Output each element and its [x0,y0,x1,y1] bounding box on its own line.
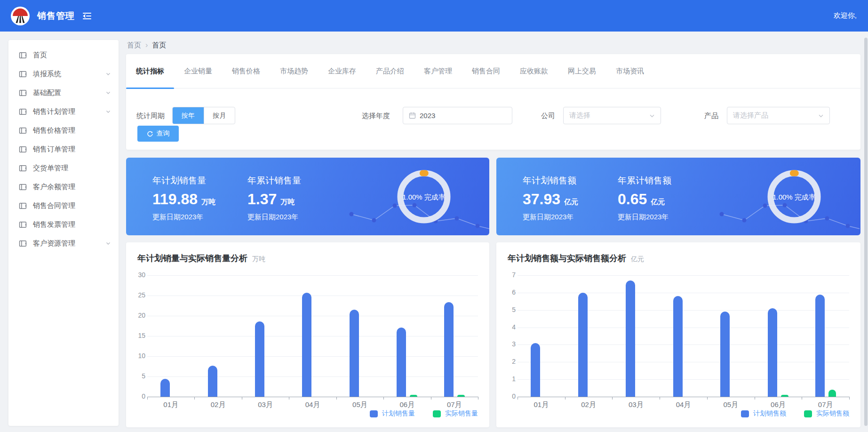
axis-tick [518,397,518,400]
refresh-icon [147,130,153,137]
axis-tick [431,397,431,400]
stat-title: 年计划销售量 [152,175,215,187]
y-axis-tick-label: 3 [499,340,516,348]
planned-bar-07月 [815,295,825,397]
axis-tick [242,397,242,400]
x-axis-label: 03月 [242,400,289,409]
product-placeholder: 请选择产品 [733,111,768,120]
legend-实际销售量[interactable]: 实际销售量 [433,409,478,418]
breadcrumb: 首页 › 首页 [127,40,166,50]
sidebar-item-label: 交货单管理 [33,164,68,173]
x-axis-label: 05月 [336,400,383,409]
stat-title: 年累计销售量 [247,175,301,187]
planned-vs-actual-volume-chart: 年计划销量与实际销售量分析 万吨 051015202530 01月02月03月0… [126,242,489,427]
sidebar-item-label: 首页 [33,51,47,60]
sidebar-item-销售合同管理[interactable]: 销售合同管理 [8,196,119,215]
tab-应收账款[interactable]: 应收账款 [510,54,558,88]
chart-unit: 亿元 [631,255,644,264]
sidebar-item-label: 销售订单管理 [33,145,75,154]
sidebar-item-label: 填报系统 [33,70,61,79]
x-axis-labels: 01月02月03月04月05月06月07月 [518,400,849,409]
legend-实际销售额[interactable]: 实际销售额 [804,409,849,418]
sidebar-item-销售发票管理[interactable]: 销售发票管理 [8,215,119,234]
y-axis-tick-label: 2 [499,358,516,365]
sidebar-item-label: 销售价格管理 [33,126,75,135]
sidebar-item-基础配置[interactable]: 基础配置 [8,83,119,102]
y-axis-tick-label: 1 [499,375,516,383]
menu-fold-icon[interactable] [82,12,92,20]
planned-bar-03月 [255,321,264,397]
tab-产品介绍[interactable]: 产品介绍 [366,54,414,88]
tab-企业销量[interactable]: 企业销量 [174,54,222,88]
menu-item-icon [19,89,27,97]
y-axis-tick-label: 0 [499,392,516,400]
chart-unit: 万吨 [252,255,265,264]
x-axis-label: 06月 [383,400,430,409]
sidebar-item-填报系统[interactable]: 填报系统 [8,64,119,83]
sidebar-item-销售价格管理[interactable]: 销售价格管理 [8,121,119,140]
chart-title: 年计划销量与实际销售量分析 万吨 [137,253,265,264]
sidebar-item-客户余额管理[interactable]: 客户余额管理 [8,177,119,196]
y-axis-tick-label: 15 [128,332,145,339]
tab-客户管理[interactable]: 客户管理 [414,54,462,88]
by-year-button[interactable]: 按年 [173,107,204,124]
planned-volume-block: 年计划销售量 119.88 万吨 更新日期2023年 [152,175,215,222]
axis-tick [194,397,195,400]
menu-item-icon [19,202,27,210]
axis-tick [289,397,289,400]
legend-计划销售额[interactable]: 计划销售额 [741,409,786,418]
by-month-button[interactable]: 按月 [204,107,235,124]
actual-bar-06月 [781,395,788,397]
scrollbar-thumb[interactable] [864,38,868,426]
menu-item-icon [19,240,27,248]
year-picker[interactable]: 2023 [403,107,512,124]
sidebar-item-交货单管理[interactable]: 交货单管理 [8,159,119,177]
actual-bar-07月 [828,390,836,397]
axis-tick [755,397,755,400]
stat-unit: 亿元 [564,198,578,207]
stat-update-date: 更新日期2023年 [247,213,301,222]
breadcrumb-home[interactable]: 首页 [127,41,141,50]
sidebar-item-销售计划管理[interactable]: 销售计划管理 [8,102,119,121]
product-select[interactable]: 请选择产品 [727,107,830,124]
sidebar-menu: 首页填报系统基础配置销售计划管理销售价格管理销售订单管理交货单管理客户余额管理销… [8,46,119,253]
planned-bar-04月 [673,296,683,397]
tab-市场资讯[interactable]: 市场资讯 [606,54,654,88]
x-axis-label: 06月 [755,400,802,409]
stat-unit: 万吨 [201,198,215,207]
planned-bar-03月 [626,280,635,397]
x-axis-label: 07月 [431,400,478,409]
company-select[interactable]: 请选择 [563,107,661,124]
tab-企业库存[interactable]: 企业库存 [318,54,366,88]
y-axis-tick-label: 4 [499,323,516,331]
chart-legend: 计划销售量实际销售量 [370,409,478,418]
legend-计划销售量[interactable]: 计划销售量 [370,409,415,418]
bar-slot-04月 [289,275,336,397]
sidebar-item-客户资源管理[interactable]: 客户资源管理 [8,234,119,253]
planned-amount-block: 年计划销售额 37.93 亿元 更新日期2023年 [523,175,578,222]
x-axis-line [147,397,478,397]
stat-value: 1.37 [247,191,277,208]
x-axis-line [518,397,849,397]
tab-销售合同[interactable]: 销售合同 [462,54,510,88]
bar-slot-02月 [194,275,241,397]
tab-销售价格[interactable]: 销售价格 [222,54,270,88]
bar-slot-05月 [336,275,383,397]
sidebar-item-销售订单管理[interactable]: 销售订单管理 [8,140,119,159]
tab-市场趋势[interactable]: 市场趋势 [270,54,318,88]
completion-rate-text: 1.00% 完成率 [757,193,832,202]
query-button[interactable]: 查询 [137,126,179,142]
tab-网上交易[interactable]: 网上交易 [558,54,606,88]
legend-label: 实际销售量 [445,409,478,418]
chevron-down-icon [105,71,111,77]
bar-chart-plot: 051015202530 [147,275,478,397]
period-label: 统计周期 [136,107,165,124]
bar-slot-03月 [612,275,660,397]
bar-chart-plot: 01234567 [518,275,849,397]
sidebar-item-首页[interactable]: 首页 [8,46,119,64]
sidebar: 首页填报系统基础配置销售计划管理销售价格管理销售订单管理交货单管理客户余额管理销… [8,40,119,426]
tab-统计指标[interactable]: 统计指标 [126,54,174,88]
x-axis-label: 04月 [289,400,336,409]
actual-bar-06月 [410,395,417,397]
calendar-icon [409,112,416,119]
